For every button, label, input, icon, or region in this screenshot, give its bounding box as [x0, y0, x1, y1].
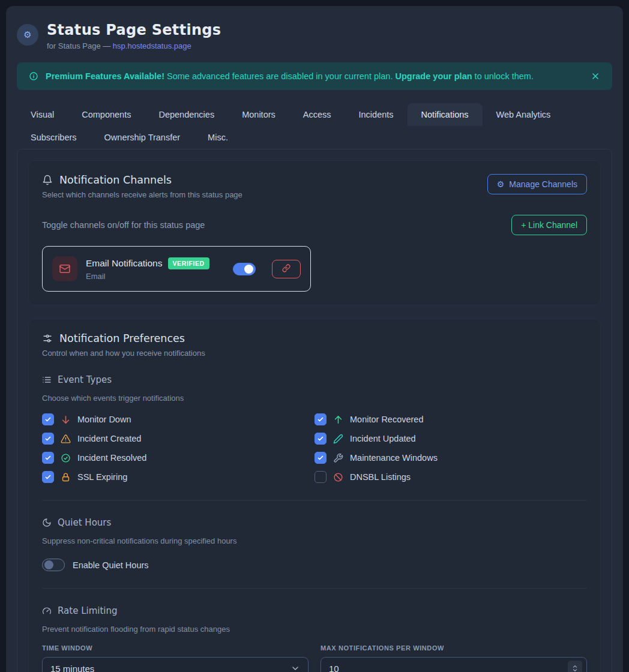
- event-types-header: Event Types: [42, 374, 587, 385]
- tab-notifications[interactable]: Notifications: [408, 103, 483, 126]
- time-window-label: TIME WINDOW: [42, 644, 308, 652]
- checkbox[interactable]: [314, 452, 327, 464]
- tools-icon: [333, 453, 343, 463]
- event-types-grid: Monitor Down Monitor Recovered Incident …: [42, 413, 587, 483]
- channels-subtitle: Select which channels receive alerts fro…: [42, 190, 242, 199]
- email-channel-card: Email Notifications VERIFIED Email: [42, 246, 311, 292]
- page-title: Status Page Settings: [47, 22, 221, 38]
- envelope-icon: [52, 256, 77, 281]
- checkbox[interactable]: [314, 413, 327, 425]
- list-icon: [42, 375, 52, 385]
- tab-monitors[interactable]: Monitors: [228, 103, 289, 126]
- email-channel-toggle[interactable]: [233, 263, 256, 275]
- banner-message: Premium Features Available! Some advance…: [46, 71, 583, 81]
- tab-subscribers[interactable]: Subscribers: [17, 126, 91, 149]
- info-icon: [29, 71, 38, 81]
- unlink-channel-button[interactable]: [272, 260, 301, 278]
- gear-icon: ⚙: [497, 179, 505, 189]
- time-window-select[interactable]: 15 minutes: [42, 657, 308, 672]
- channels-title: Notification Channels: [59, 174, 172, 186]
- gear-icon: ⚙: [17, 24, 38, 46]
- subtitle-text: for Status Page —: [47, 41, 113, 50]
- event-types-hint: Choose which events trigger notification…: [42, 394, 587, 403]
- checkbox[interactable]: [42, 433, 54, 445]
- event-incident-updated[interactable]: Incident Updated: [314, 433, 587, 445]
- rate-limiting-header: Rate Limiting: [42, 605, 587, 616]
- preferences-subtitle: Control when and how you receive notific…: [42, 349, 587, 358]
- checkbox[interactable]: [42, 471, 54, 483]
- banner-bold: Premium Features Available!: [46, 71, 164, 81]
- quiet-hours-header: Quiet Hours: [42, 517, 587, 528]
- status-page-link[interactable]: hsp.hostedstatus.page: [113, 41, 191, 50]
- channel-type: Email: [86, 272, 224, 281]
- preferences-title: Notification Preferences: [59, 332, 185, 344]
- quiet-hours-hint: Suppress non-critical notifications duri…: [42, 536, 587, 545]
- tab-incidents[interactable]: Incidents: [345, 103, 408, 126]
- notification-channels-card: Notification Channels Select which chann…: [28, 160, 601, 305]
- quiet-hours-toggle-label: Enable Quiet Hours: [73, 560, 149, 570]
- settings-tabs: Visual Components Dependencies Monitors …: [17, 103, 612, 149]
- tab-content-panel: Notification Channels Select which chann…: [17, 149, 612, 672]
- arrow-down-icon: [61, 415, 71, 425]
- channel-name: Email Notifications: [86, 258, 163, 269]
- bell-icon: [42, 175, 53, 185]
- event-ssl-expiring[interactable]: SSL Expiring: [42, 471, 314, 483]
- event-monitor-recovered[interactable]: Monitor Recovered: [314, 413, 587, 425]
- divider: [42, 500, 587, 500]
- rate-limiting-hint: Prevent notification flooding from rapid…: [42, 625, 587, 634]
- tab-components[interactable]: Components: [68, 103, 145, 126]
- close-icon[interactable]: [591, 71, 600, 81]
- tab-web-analytics[interactable]: Web Analytics: [483, 103, 565, 126]
- link-channel-button[interactable]: + Link Channel: [511, 215, 587, 235]
- tab-access[interactable]: Access: [289, 103, 345, 126]
- moon-icon: [42, 518, 52, 527]
- event-incident-created[interactable]: Incident Created: [42, 433, 314, 445]
- premium-banner: Premium Features Available! Some advance…: [17, 62, 612, 90]
- settings-window: ⚙ Status Page Settings for Status Page —…: [6, 6, 623, 672]
- checkbox[interactable]: [42, 452, 54, 464]
- checkbox[interactable]: [314, 433, 327, 445]
- lock-icon: [61, 472, 71, 482]
- quiet-hours-toggle[interactable]: [42, 559, 65, 571]
- event-monitor-down[interactable]: Monitor Down: [42, 413, 314, 425]
- gauge-icon: [42, 606, 52, 616]
- channels-title-row: Notification Channels: [42, 174, 242, 186]
- divider: [42, 588, 587, 589]
- event-dnsbl-listings[interactable]: DNSBL Listings: [314, 471, 587, 483]
- arrow-up-icon: [333, 415, 343, 425]
- max-notifications-label: MAX NOTIFICATIONS PER WINDOW: [321, 644, 587, 652]
- max-notifications-input[interactable]: [329, 664, 568, 672]
- upgrade-plan-link[interactable]: Upgrade your plan: [395, 71, 472, 81]
- toggle-channels-hint: Toggle channels on/off for this status p…: [42, 220, 205, 230]
- tab-dependencies[interactable]: Dependencies: [145, 103, 228, 126]
- ban-icon: [333, 472, 343, 482]
- preferences-title-row: Notification Preferences: [42, 332, 587, 344]
- event-maintenance-windows[interactable]: Maintenance Windows: [314, 452, 587, 464]
- alert-triangle-icon: [61, 434, 71, 444]
- number-stepper[interactable]: [568, 661, 582, 672]
- verified-badge: VERIFIED: [168, 257, 209, 269]
- page-subtitle: for Status Page — hsp.hostedstatus.page: [47, 41, 221, 50]
- manage-channels-button[interactable]: ⚙ Manage Channels: [487, 174, 587, 194]
- tab-ownership-transfer[interactable]: Ownership Transfer: [91, 126, 194, 149]
- checkbox[interactable]: [42, 413, 54, 425]
- check-circle-icon: [61, 453, 71, 463]
- chevron-down-icon: [290, 664, 300, 672]
- link-icon: [282, 264, 290, 274]
- pencil-icon: [333, 434, 343, 444]
- tab-visual[interactable]: Visual: [17, 103, 68, 126]
- tab-misc[interactable]: Misc.: [194, 126, 242, 149]
- notification-preferences-card: Notification Preferences Control when an…: [28, 319, 601, 672]
- max-notifications-field: [321, 657, 587, 672]
- event-incident-resolved[interactable]: Incident Resolved: [42, 452, 314, 464]
- sliders-icon: [42, 333, 53, 344]
- checkbox[interactable]: [314, 471, 327, 483]
- page-header: ⚙ Status Page Settings for Status Page —…: [17, 22, 612, 50]
